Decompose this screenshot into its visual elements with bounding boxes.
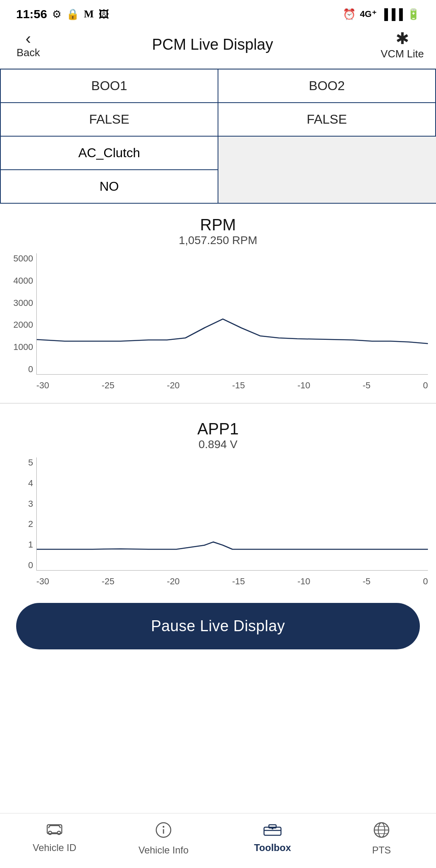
- vehicle-id-icon: [46, 822, 63, 839]
- pts-icon: [373, 822, 390, 841]
- rpm-chart-plot: [36, 253, 428, 375]
- signal-icon: ▐▐▐: [381, 8, 403, 21]
- app1-chart-wrapper: 5 4 3 2 1 0 -30 -25 -20 -15 -10 -5 0: [8, 457, 428, 587]
- back-chevron-icon: ‹: [25, 30, 31, 46]
- bottom-nav: Vehicle ID Vehicle Info Toolbox: [0, 813, 436, 868]
- vcm-lite-label: VCM Lite: [381, 48, 424, 60]
- status-bar: 11:56 ⚙ 🔒 M 🖼 ⏰ 4G⁺ ▐▐▐ 🔋: [0, 0, 436, 25]
- pause-live-display-button[interactable]: Pause Live Display: [16, 603, 420, 649]
- boo2-value-cell: FALSE: [218, 103, 436, 137]
- rpm-subtitle: 1,057.250 RPM: [8, 234, 428, 247]
- rpm-y-axis: 5000 4000 3000 2000 1000 0: [8, 253, 36, 375]
- ac-clutch-left: AC_Clutch NO: [1, 137, 218, 204]
- rpm-title: RPM: [8, 216, 428, 234]
- gmail-icon: M: [84, 8, 94, 20]
- bottom-spacer: [0, 657, 436, 722]
- app1-y-axis: 5 4 3 2 1 0: [8, 457, 36, 571]
- bluetooth-icon: ✱: [396, 29, 409, 48]
- svg-point-6: [163, 826, 164, 828]
- nav-vehicle-id-label: Vehicle ID: [33, 842, 76, 853]
- back-button[interactable]: ‹ Back: [12, 30, 44, 59]
- app1-title: APP1: [8, 420, 428, 438]
- ac-clutch-label: AC_Clutch: [1, 137, 218, 170]
- alarm-icon: ⏰: [343, 8, 356, 21]
- status-left: 11:56 ⚙ 🔒 M 🖼: [16, 7, 109, 21]
- boo2-label-cell: BOO2: [218, 70, 436, 103]
- svg-point-1: [48, 831, 52, 834]
- data-grid: BOO1 BOO2 FALSE FALSE: [0, 69, 436, 137]
- battery-icon: 🔋: [407, 8, 420, 21]
- chart-divider-1: [0, 403, 436, 404]
- nav-vehicle-id[interactable]: Vehicle ID: [0, 822, 109, 856]
- rpm-line-svg: [37, 253, 428, 374]
- nav-toolbox[interactable]: Toolbox: [218, 822, 327, 856]
- vehicle-info-icon: [155, 822, 172, 841]
- photos-icon: 🖼: [99, 8, 109, 21]
- app1-chart-section: APP1 0.894 V 5 4 3 2 1 0 -30 -25 -20 -15…: [0, 408, 436, 595]
- pause-button-container: Pause Live Display: [0, 595, 436, 657]
- 4g-icon: 4G⁺: [360, 9, 376, 19]
- app1-subtitle: 0.894 V: [8, 438, 428, 451]
- page-title: PCM Live Display: [152, 36, 273, 53]
- nav-vehicle-info-label: Vehicle Info: [138, 845, 189, 856]
- nav-pts[interactable]: PTS: [327, 822, 436, 856]
- ac-clutch-row: AC_Clutch NO: [0, 137, 436, 204]
- boo1-label-cell: BOO1: [1, 70, 218, 103]
- svg-rect-8: [269, 825, 276, 828]
- app1-x-axis: -30 -25 -20 -15 -10 -5 0: [36, 574, 428, 587]
- back-label: Back: [17, 46, 40, 59]
- boo1-value-cell: FALSE: [1, 103, 218, 137]
- ac-clutch-right-empty: [218, 137, 436, 204]
- vcm-lite-button[interactable]: ✱ VCM Lite: [381, 29, 424, 60]
- nav-toolbox-label: Toolbox: [254, 842, 291, 853]
- rpm-chart-wrapper: 5000 4000 3000 2000 1000 0 -30 -25 -20 -…: [8, 253, 428, 391]
- lock-icon: 🔒: [66, 8, 79, 21]
- svg-point-2: [57, 831, 61, 834]
- toolbox-icon: [263, 822, 282, 839]
- rpm-chart-section: RPM 1,057.250 RPM 5000 4000 3000 2000 10…: [0, 204, 436, 399]
- ac-clutch-value: NO: [1, 170, 218, 203]
- nav-pts-label: PTS: [372, 845, 391, 856]
- header: ‹ Back PCM Live Display ✱ VCM Lite: [0, 25, 436, 69]
- nav-vehicle-info[interactable]: Vehicle Info: [109, 822, 218, 856]
- app1-line-svg: [37, 457, 428, 570]
- settings-icon: ⚙: [52, 8, 61, 21]
- app1-chart-plot: [36, 457, 428, 571]
- time-display: 11:56: [16, 7, 47, 21]
- rpm-x-axis: -30 -25 -20 -15 -10 -5 0: [36, 378, 428, 391]
- status-right: ⏰ 4G⁺ ▐▐▐ 🔋: [343, 8, 420, 21]
